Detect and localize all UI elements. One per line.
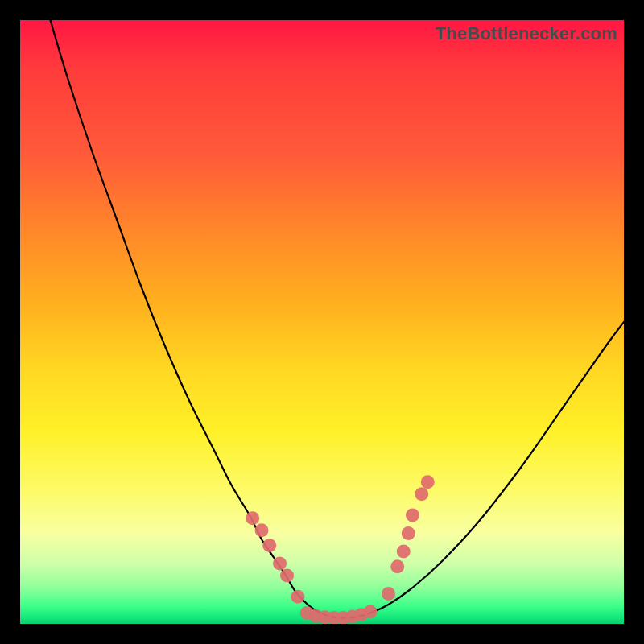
data-marker xyxy=(273,557,287,571)
data-marker xyxy=(280,569,294,583)
data-marker xyxy=(397,545,411,559)
data-marker xyxy=(390,559,404,573)
bottleneck-curve xyxy=(51,20,625,618)
data-marker xyxy=(364,605,378,619)
data-marker xyxy=(246,511,259,525)
data-marker xyxy=(262,539,276,552)
data-marker xyxy=(402,526,415,540)
data-marker xyxy=(421,475,435,489)
chart-frame: TheBottlenecker.com xyxy=(0,0,644,644)
plot-area: TheBottlenecker.com xyxy=(20,20,624,624)
data-marker xyxy=(406,509,419,522)
data-marker xyxy=(415,487,428,501)
data-marker xyxy=(255,523,269,537)
data-marker xyxy=(382,587,395,601)
chart-svg xyxy=(20,20,624,624)
data-marker xyxy=(291,590,305,604)
